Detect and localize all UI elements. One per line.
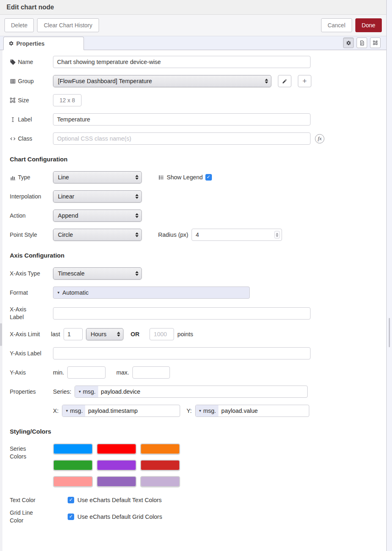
series-color-swatch-8[interactable] bbox=[97, 476, 137, 487]
node-description-button[interactable] bbox=[357, 37, 367, 48]
series-color-swatch-1[interactable] bbox=[53, 443, 93, 454]
caret-down-icon: ▾ bbox=[66, 409, 68, 413]
cancel-button[interactable]: Cancel bbox=[321, 18, 352, 32]
text-color-label: Text Color bbox=[10, 497, 53, 503]
show-legend-checkbox[interactable] bbox=[205, 174, 212, 181]
size-button[interactable]: 12 x 8 bbox=[53, 94, 81, 106]
series-color-swatch-5[interactable] bbox=[97, 460, 137, 471]
add-group-button[interactable]: + bbox=[298, 75, 311, 87]
properties-form: Name Group [FlowFuse Dashboard] Temperat… bbox=[0, 50, 386, 539]
points-label: points bbox=[177, 331, 193, 337]
typedinput-type-button[interactable]: ▾ msg. bbox=[75, 386, 98, 397]
select-arrows-icon bbox=[132, 271, 139, 276]
series-color-swatch-3[interactable] bbox=[140, 443, 180, 454]
styling-colors-heading: Styling/Colors bbox=[10, 428, 386, 435]
series-row: Properties Series: ▾ msg. payload.device bbox=[10, 386, 386, 398]
gear-icon bbox=[346, 40, 351, 46]
tab-bar: Properties bbox=[0, 36, 386, 50]
limit-value-input[interactable] bbox=[64, 328, 83, 340]
tab-properties[interactable]: Properties bbox=[3, 37, 84, 50]
series-color-swatch-7[interactable] bbox=[53, 476, 93, 487]
group-label: Group bbox=[10, 78, 53, 84]
y-property-label: Y: bbox=[187, 408, 192, 414]
pencil-icon bbox=[282, 79, 287, 84]
right-scrollbar-thumb[interactable] bbox=[389, 318, 390, 347]
x-axis-label-label: X-Axis Label bbox=[10, 306, 53, 321]
or-label: OR bbox=[131, 331, 140, 337]
select-arrows-icon bbox=[132, 232, 139, 237]
tab-icon-buttons bbox=[343, 37, 381, 48]
series-color-swatch-6[interactable] bbox=[140, 460, 180, 471]
y-typedinput[interactable]: ▾ msg. payload.value bbox=[195, 405, 309, 417]
x-property-label: X: bbox=[53, 408, 59, 414]
x-axis-type-row: X-Axis Type Timescale bbox=[10, 267, 386, 280]
format-typedinput[interactable]: ▾ Automatic bbox=[53, 287, 250, 299]
text-color-row: Text Color Use eCharts Default Text Colo… bbox=[10, 497, 386, 503]
show-legend-label: Show Legend bbox=[167, 174, 203, 181]
gear-icon bbox=[9, 41, 14, 46]
x-axis-type-select[interactable]: Timescale bbox=[53, 267, 142, 280]
tab-properties-label: Properties bbox=[16, 40, 44, 47]
show-legend-group: Show Legend bbox=[158, 174, 212, 181]
grid-line-color-label: Grid Line Color bbox=[10, 509, 53, 525]
action-label: Action bbox=[10, 212, 53, 219]
y-min-input[interactable] bbox=[67, 366, 106, 379]
label-input[interactable] bbox=[53, 113, 311, 126]
number-spinner[interactable] bbox=[274, 231, 280, 239]
series-typedinput[interactable]: ▾ msg. payload.device bbox=[75, 386, 308, 398]
group-select[interactable]: [FlowFuse Dashboard] Temperature bbox=[53, 75, 271, 87]
name-row: Name bbox=[10, 56, 386, 68]
object-group-icon bbox=[10, 97, 16, 104]
caret-down-icon: ▾ bbox=[57, 291, 59, 295]
radius-label: Radius (px) bbox=[158, 231, 188, 238]
group-row: Group [FlowFuse Dashboard] Temperature + bbox=[10, 75, 386, 87]
y-axis-label-row: Y-Axis Label bbox=[10, 347, 386, 359]
action-select[interactable]: Append bbox=[53, 209, 142, 222]
select-arrows-icon bbox=[132, 213, 139, 218]
delete-button[interactable]: Delete bbox=[4, 18, 34, 32]
series-color-swatch-2[interactable] bbox=[97, 443, 137, 454]
properties-label: Properties bbox=[10, 388, 53, 395]
table-icon bbox=[10, 78, 16, 84]
done-button[interactable]: Done bbox=[355, 18, 382, 32]
name-label: Name bbox=[10, 59, 53, 65]
left-scroll-strip bbox=[0, 50, 2, 551]
series-color-swatch-9[interactable] bbox=[140, 476, 180, 487]
edit-group-button[interactable] bbox=[278, 75, 291, 87]
type-select[interactable]: Line bbox=[53, 171, 142, 183]
y-axis-row: Y-Axis min. max. bbox=[10, 366, 386, 379]
point-style-row: Point Style Circle Radius (px) bbox=[10, 229, 386, 241]
x-axis-label-input[interactable] bbox=[53, 307, 311, 320]
dialog-title: Edit chart node bbox=[7, 4, 54, 11]
bar-chart-icon bbox=[10, 174, 16, 181]
typedinput-type-button[interactable]: ▾ msg. bbox=[62, 405, 85, 417]
y-axis-label: Y-Axis bbox=[10, 369, 53, 376]
fx-icon[interactable]: fx bbox=[315, 134, 324, 143]
interpolation-select[interactable]: Linear bbox=[53, 190, 142, 203]
x-typedinput[interactable]: ▾ msg. payload.timestamp bbox=[62, 405, 180, 417]
y-axis-label-label: Y-Axis Label bbox=[10, 350, 53, 357]
type-label: Type bbox=[10, 174, 53, 181]
node-properties-button[interactable] bbox=[343, 37, 354, 48]
node-appearance-button[interactable] bbox=[370, 37, 381, 48]
clear-chart-history-button[interactable]: Clear Chart History bbox=[37, 18, 99, 32]
limit-points-input[interactable] bbox=[150, 328, 174, 340]
y-axis-label-input[interactable] bbox=[53, 347, 311, 359]
typedinput-type-button[interactable]: ▾ msg. bbox=[196, 405, 218, 417]
grid-line-color-checkbox[interactable] bbox=[68, 514, 74, 520]
limit-unit-select[interactable]: Hours bbox=[86, 328, 123, 340]
point-style-select[interactable]: Circle bbox=[53, 229, 142, 241]
name-input[interactable] bbox=[53, 56, 311, 68]
edit-node-dialog: Edit chart node Delete Clear Chart Histo… bbox=[0, 0, 387, 551]
legend-icon bbox=[158, 174, 164, 181]
y-max-input[interactable] bbox=[132, 366, 170, 379]
radius-input[interactable] bbox=[192, 229, 282, 241]
size-label: Size bbox=[10, 97, 53, 104]
left-scrollbar-thumb[interactable] bbox=[0, 323, 2, 346]
document-icon bbox=[359, 40, 365, 46]
class-input[interactable] bbox=[53, 132, 311, 145]
series-color-swatch-4[interactable] bbox=[53, 460, 93, 471]
text-color-checkbox[interactable] bbox=[68, 497, 74, 503]
xy-row: X: ▾ msg. payload.timestamp Y: ▾ msg. pa… bbox=[10, 405, 386, 417]
select-arrows-icon bbox=[132, 175, 139, 180]
